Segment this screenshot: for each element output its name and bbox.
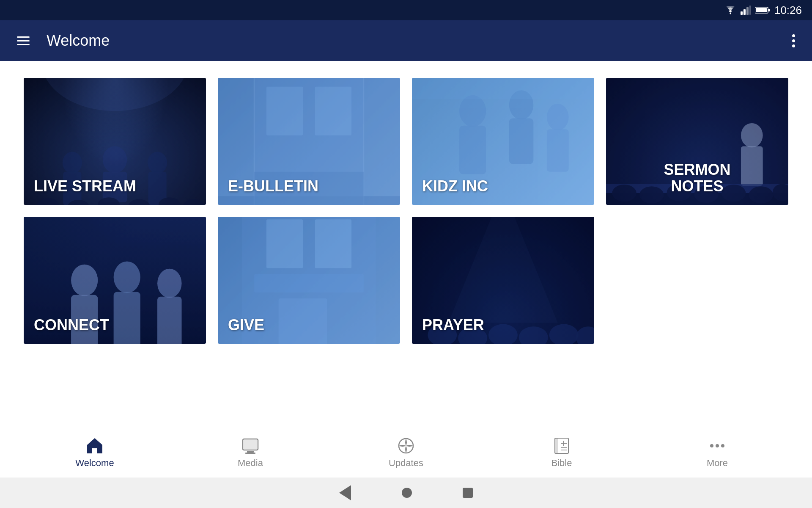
- back-arrow-icon: [339, 485, 351, 500]
- svg-rect-23: [266, 87, 303, 135]
- main-content: LIVE STREAM E-BULLETIN: [0, 61, 812, 427]
- nav-bible[interactable]: Bible: [519, 433, 604, 472]
- clock: 10:26: [774, 4, 802, 17]
- home-button[interactable]: [402, 488, 412, 498]
- app-bar: Welcome: [0, 20, 812, 61]
- nav-welcome[interactable]: Welcome: [52, 433, 137, 472]
- svg-point-69: [93, 441, 96, 444]
- give-card[interactable]: GIVE: [218, 217, 400, 344]
- svg-point-48: [71, 265, 98, 296]
- connect-card[interactable]: CONNECT: [24, 217, 206, 344]
- live-stream-label: LIVE STREAM: [34, 178, 136, 195]
- svg-rect-56: [266, 219, 303, 268]
- svg-point-82: [716, 444, 719, 447]
- app-title: Welcome: [47, 32, 789, 50]
- svg-rect-73: [245, 453, 255, 454]
- kidz-inc-card[interactable]: KIDZ INC: [412, 78, 594, 205]
- more-dots-icon: [708, 436, 727, 455]
- grid-row-1: LIVE STREAM E-BULLETIN: [24, 78, 788, 205]
- wifi-icon: [724, 6, 736, 14]
- more-options-button[interactable]: [789, 31, 798, 51]
- home-circle-icon: [402, 488, 412, 498]
- sermon-notes-card[interactable]: SERMON NOTES: [606, 78, 788, 205]
- hamburger-button[interactable]: [14, 33, 33, 49]
- nav-more-label: More: [707, 458, 728, 469]
- svg-point-52: [157, 269, 181, 298]
- svg-point-10: [63, 152, 82, 174]
- live-stream-card[interactable]: LIVE STREAM: [24, 78, 206, 205]
- svg-rect-59: [254, 274, 364, 293]
- svg-rect-34: [412, 78, 594, 99]
- battery-icon: [755, 6, 770, 14]
- prayer-card[interactable]: PRAYER: [412, 217, 594, 344]
- back-button[interactable]: [339, 485, 351, 500]
- svg-point-36: [741, 123, 763, 147]
- svg-point-12: [148, 152, 167, 174]
- status-bar: 10:26: [0, 0, 812, 20]
- svg-point-50: [114, 261, 140, 293]
- svg-point-8: [103, 146, 127, 173]
- svg-rect-71: [244, 440, 257, 449]
- svg-point-20: [183, 199, 205, 205]
- svg-point-83: [721, 444, 724, 447]
- nav-welcome-label: Welcome: [75, 458, 114, 469]
- svg-rect-6: [756, 8, 767, 12]
- nav-updates[interactable]: Updates: [364, 433, 448, 472]
- svg-point-7: [42, 78, 188, 111]
- svg-rect-0: [741, 11, 743, 15]
- svg-rect-76: [555, 438, 558, 453]
- kidz-inc-label: KIDZ INC: [422, 178, 488, 195]
- svg-rect-3: [749, 6, 751, 15]
- system-nav-bar: [0, 478, 812, 508]
- svg-rect-24: [315, 87, 351, 135]
- svg-point-81: [710, 444, 713, 447]
- svg-rect-58: [279, 298, 327, 344]
- nav-more[interactable]: More: [675, 433, 760, 472]
- grid-row-2: CONNECT GIVE: [24, 217, 788, 344]
- give-label: GIVE: [228, 317, 264, 334]
- nav-bible-label: Bible: [551, 458, 572, 469]
- status-icons: 10:26: [724, 4, 802, 17]
- nav-media[interactable]: Media: [208, 433, 293, 472]
- welcome-icon: [85, 436, 104, 455]
- connect-label: CONNECT: [34, 317, 109, 334]
- nav-updates-label: Updates: [389, 458, 423, 469]
- bottom-nav: Welcome Media Updates: [0, 427, 812, 478]
- svg-rect-2: [746, 7, 749, 15]
- sermon-notes-label: SERMON NOTES: [616, 161, 778, 195]
- svg-rect-26: [218, 196, 400, 205]
- svg-rect-53: [157, 297, 181, 344]
- signal-icon: [741, 6, 751, 15]
- bible-icon: [552, 436, 571, 455]
- empty-slot: [606, 217, 788, 344]
- prayer-label: PRAYER: [422, 317, 484, 334]
- svg-rect-1: [743, 9, 746, 15]
- svg-rect-72: [247, 451, 254, 453]
- updates-icon: [397, 436, 415, 455]
- svg-point-15: [37, 198, 59, 205]
- e-bulletin-card[interactable]: E-BULLETIN: [218, 78, 400, 205]
- recents-square-icon: [463, 488, 473, 498]
- recents-button[interactable]: [463, 488, 473, 498]
- media-icon: [241, 436, 260, 455]
- nav-media-label: Media: [238, 458, 263, 469]
- svg-rect-51: [114, 292, 140, 344]
- svg-point-18: [128, 199, 150, 205]
- e-bulletin-label: E-BULLETIN: [228, 178, 318, 195]
- svg-rect-5: [768, 9, 770, 11]
- svg-rect-57: [315, 219, 351, 268]
